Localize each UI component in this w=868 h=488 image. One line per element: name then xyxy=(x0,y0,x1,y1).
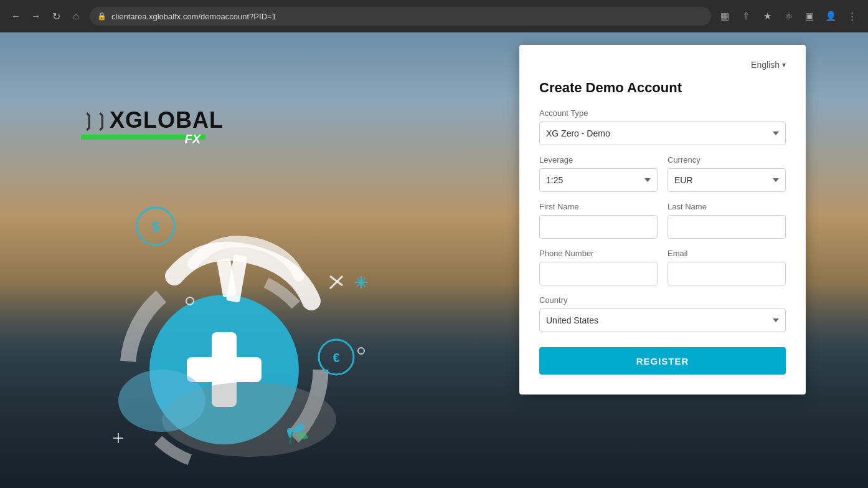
language-label: English xyxy=(751,60,780,70)
svg-text:€: € xyxy=(333,351,339,365)
currency-group: Currency EUR USD GBP xyxy=(668,155,786,192)
url-text: clientarea.xglobalfx.com/demoaccount?PID… xyxy=(111,12,276,21)
account-type-group: Account Type XG Zero - Demo XG Standard … xyxy=(539,108,786,145)
window-button[interactable]: ▣ xyxy=(801,7,818,25)
svg-text:$: $ xyxy=(152,219,159,234)
country-label: Country xyxy=(539,295,786,305)
phone-group: Phone Number xyxy=(539,249,658,285)
home-button[interactable]: ⌂ xyxy=(67,7,85,25)
leverage-currency-row: Leverage 1:10 1:25 1:50 1:100 1:200 1:50… xyxy=(539,155,786,192)
svg-point-20 xyxy=(358,348,364,354)
leverage-label: Leverage xyxy=(539,155,658,165)
leverage-group: Leverage 1:10 1:25 1:50 1:100 1:200 1:50… xyxy=(539,155,658,192)
currency-label: Currency xyxy=(668,155,786,165)
back-button[interactable]: ← xyxy=(7,7,25,25)
form-title: Create Demo Account xyxy=(539,80,786,96)
phone-email-row: Phone Number Email xyxy=(539,249,786,285)
refresh-button[interactable]: ↻ xyxy=(47,7,65,25)
email-label: Email xyxy=(668,249,786,258)
illustration: $ € xyxy=(50,164,392,476)
language-selector[interactable]: English ▾ xyxy=(539,60,786,70)
lock-icon: 🔒 xyxy=(97,12,106,21)
logo-fx-bar: FX xyxy=(81,135,205,140)
logo-container: ❳❳ XGLOBAL FX xyxy=(81,107,224,140)
cast-button[interactable]: ▦ xyxy=(716,7,734,25)
phone-label: Phone Number xyxy=(539,249,658,258)
form-panel: English ▾ Create Demo Account Account Ty… xyxy=(519,45,806,395)
phone-input[interactable] xyxy=(539,262,658,285)
name-row: First Name Last Name xyxy=(539,202,786,239)
currency-select[interactable]: EUR USD GBP xyxy=(668,168,786,192)
menu-button[interactable]: ⋮ xyxy=(843,7,861,25)
forward-button[interactable]: → xyxy=(27,7,45,25)
share-button[interactable]: ⇧ xyxy=(737,7,755,25)
logo-xglobal: XGLOBAL xyxy=(110,107,224,133)
account-type-select[interactable]: XG Zero - Demo XG Standard - Demo XG Pro… xyxy=(539,122,786,145)
logo-text: ❳❳ XGLOBAL xyxy=(81,107,224,133)
bookmark-button[interactable]: ★ xyxy=(758,7,776,25)
chevron-down-icon: ▾ xyxy=(782,60,786,69)
first-name-group: First Name xyxy=(539,202,658,239)
last-name-label: Last Name xyxy=(668,202,786,211)
register-button[interactable]: REGISTER xyxy=(539,347,786,375)
svg-rect-2 xyxy=(187,357,262,382)
page-background: ❳❳ XGLOBAL FX xyxy=(0,32,868,488)
nav-buttons: ← → ↻ ⌂ xyxy=(7,7,85,25)
address-bar[interactable]: 🔒 clientarea.xglobalfx.com/demoaccount?P… xyxy=(90,7,711,26)
logo-fx-text: FX xyxy=(184,132,200,146)
country-select[interactable]: United States United Kingdom Germany Fra… xyxy=(539,309,786,332)
leverage-select[interactable]: 1:10 1:25 1:50 1:100 1:200 1:500 xyxy=(539,168,658,192)
last-name-input[interactable] xyxy=(668,215,786,239)
browser-actions: ▦ ⇧ ★ ⚛ ▣ 👤 ⋮ xyxy=(716,7,861,25)
extensions-button[interactable]: ⚛ xyxy=(780,7,797,25)
logo-arrows: ❳❳ xyxy=(81,110,107,131)
svg-point-6 xyxy=(118,370,205,432)
country-group: Country United States United Kingdom Ger… xyxy=(539,295,786,332)
first-name-input[interactable] xyxy=(539,215,658,239)
email-input[interactable] xyxy=(668,262,786,285)
browser-chrome: ← → ↻ ⌂ 🔒 clientarea.xglobalfx.com/demoa… xyxy=(0,0,868,32)
email-group: Email xyxy=(668,249,786,285)
profile-button[interactable]: 👤 xyxy=(822,7,839,25)
first-name-label: First Name xyxy=(539,202,658,211)
last-name-group: Last Name xyxy=(668,202,786,239)
account-type-label: Account Type xyxy=(539,108,786,118)
